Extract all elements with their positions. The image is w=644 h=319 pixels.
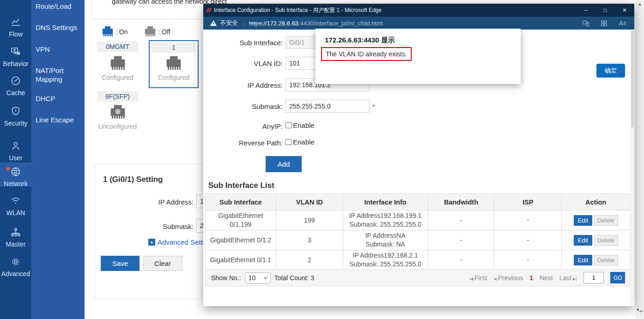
ethernet-port-icon	[109, 55, 127, 72]
sidebar-item-network-active[interactable]: Network	[0, 163, 31, 187]
maximize-button[interactable]: □	[595, 7, 615, 13]
sidebar-item-label: Flow	[0, 30, 31, 38]
add-button[interactable]: Add	[266, 156, 302, 172]
page-number-input[interactable]	[583, 272, 604, 283]
menu-item-line-escape[interactable]: Line Escape	[36, 115, 83, 124]
ok-button[interactable]: 确定	[596, 64, 625, 78]
edit-button[interactable]: Edit	[574, 255, 592, 265]
menu-item-dns-settings[interactable]: DNS Settings	[36, 23, 83, 32]
col-vlan-id: VLAN ID	[276, 194, 343, 211]
browser-scrollbar[interactable]: ▲ ▼	[636, 0, 644, 319]
anyip-enable-label: Enable	[293, 121, 315, 129]
window-title: Interface Configuration - Sub Interface …	[214, 6, 382, 14]
enter-glyph: ↵	[639, 308, 644, 314]
popup-scrollbar[interactable]	[631, 30, 634, 306]
save-button[interactable]: Save	[101, 256, 140, 271]
pagination-bar: Show No.: 10 Total Count: 3 |◀ First ◀ P…	[205, 269, 630, 286]
sidebar-item-flow[interactable]: Flow	[0, 17, 31, 38]
edit-button[interactable]: Edit	[574, 215, 592, 226]
sidebar-item-label: Network	[0, 180, 31, 187]
cell-sub-interface: GigabitEthernet 0/1.1	[206, 250, 276, 270]
menu-item-vpn[interactable]: VPN	[36, 45, 83, 54]
sidebar-item-label: Behavior	[0, 60, 31, 67]
reverse-path-enable-label: Enable	[293, 138, 315, 146]
sidebar-item-label: WLAN	[0, 209, 31, 217]
first-page-button[interactable]: |◀ First	[469, 274, 487, 282]
url-host: ://172.26.6.63	[262, 20, 299, 27]
sidebar-item-label: Cache	[0, 89, 31, 96]
port-tile-9fsfp[interactable]: 9F(SFP) Unconfigured	[97, 91, 138, 130]
port-tile-1-selected[interactable]: 1 Configured	[149, 40, 199, 88]
skip-start-icon: |◀	[469, 277, 474, 281]
port-off-icon	[143, 26, 157, 38]
port-status: Unconfigured	[97, 123, 138, 130]
popup-submask-label: Submask:	[252, 102, 283, 110]
clear-button[interactable]: Clear	[143, 256, 182, 271]
page-size-value: 10	[249, 274, 256, 282]
scroll-up-arrow-icon[interactable]: ▲	[636, 2, 644, 6]
next-page-button[interactable]: Next	[540, 274, 553, 282]
port-tile-0mgmt[interactable]: 0MGMT Configured	[97, 42, 138, 81]
sub-interface-label: Sub Interface:	[240, 39, 283, 47]
sidebar-item-wlan[interactable]: WLAN	[0, 195, 31, 217]
page-size-select[interactable]: 10	[245, 272, 271, 283]
cell-vlan-id: 199	[276, 211, 343, 230]
cell-sub-interface: GigabitEthernet 0/1.2	[206, 230, 276, 250]
go-button[interactable]: GO	[610, 272, 625, 283]
person-icon	[10, 140, 21, 151]
delete-button[interactable]: Delete	[594, 255, 618, 265]
scrollbar-thumb[interactable]	[631, 30, 634, 127]
table-row: GigabitEthernet 0/1.1 2 IP Address192.16…	[206, 250, 630, 270]
legend-off-label: : Off	[158, 28, 170, 36]
last-page-button[interactable]: Last ▶|	[559, 274, 577, 282]
address-bar[interactable]: 不安全 | https://172.26.6.63:4430/interface…	[203, 17, 634, 30]
network-submenu: Route/Load DNS Settings VPN NAT/Port Map…	[31, 0, 85, 319]
sfp-port-globe-icon	[109, 104, 127, 121]
port-status: Configured	[150, 74, 198, 81]
advanced-setting-link[interactable]: ▲ Advanced Setting	[148, 238, 212, 246]
reverse-path-checkbox[interactable]	[286, 139, 292, 145]
delete-button[interactable]: Delete	[594, 215, 618, 226]
anyip-checkbox[interactable]	[286, 122, 292, 128]
notification-dot	[6, 167, 10, 170]
previous-page-button[interactable]: ◀ Previous	[493, 274, 523, 282]
url-scheme: https	[249, 20, 261, 27]
sidebar-item-user[interactable]: User	[0, 140, 31, 162]
send-to-device-icon[interactable]	[582, 19, 590, 27]
wifi-icon	[10, 195, 21, 206]
sub-interface-table: Sub Interface VLAN ID Interface Info Ban…	[205, 193, 630, 270]
total-count-label: Total Count: 3	[274, 274, 314, 282]
speedometer-icon	[10, 75, 21, 86]
reverse-path-label: Reverse Path:	[239, 139, 283, 147]
sidebar-item-cache[interactable]: Cache	[0, 75, 31, 96]
sidebar-item-behavior[interactable]: Behavior	[0, 46, 31, 67]
cell-interface-info: IP Address192.168.199.1Submask: 255.255.…	[343, 211, 428, 230]
sidebar-item-master[interactable]: Master	[0, 227, 31, 248]
cell-bandwidth: -	[428, 250, 494, 270]
delete-button[interactable]: Delete	[594, 235, 618, 246]
apps-grid-icon[interactable]	[600, 19, 608, 27]
port-name: 1	[152, 42, 196, 53]
col-interface-info: Interface Info	[343, 194, 428, 211]
menu-item-route-load[interactable]: Route/Load	[36, 2, 83, 11]
read-aloud-icon[interactable]	[618, 19, 626, 27]
popup-submask-input[interactable]	[286, 100, 370, 113]
cell-action: Edit Delete	[562, 250, 630, 270]
sidebar-item-advanced[interactable]: Advanced	[0, 256, 31, 277]
vlan-id-label: VLAN ID:	[254, 60, 283, 67]
menu-item-nat-port-mapping[interactable]: NAT/Port Mapping	[36, 66, 83, 84]
cell-bandwidth: -	[428, 211, 494, 230]
reverse-path-enable-option[interactable]: Enable	[286, 138, 315, 146]
collapse-arrow-icon: ▲	[148, 239, 155, 246]
edit-button[interactable]: Edit	[574, 235, 592, 246]
cell-bandwidth: -	[428, 230, 494, 250]
arrow-left-icon: ◀	[493, 277, 498, 281]
anyip-enable-option[interactable]: Enable	[286, 121, 315, 129]
window-titlebar[interactable]: R Interface Configuration - Sub Interfac…	[203, 4, 634, 17]
minimize-button[interactable]: –	[576, 7, 595, 13]
menu-item-dhcp[interactable]: DHCP	[36, 94, 83, 103]
alert-dialog-title: 172.26.6.63:4430 显示	[325, 36, 395, 45]
close-button[interactable]: ✕	[615, 7, 634, 13]
submask-label: Submask:	[138, 223, 194, 230]
sidebar-item-security[interactable]: Security	[0, 106, 31, 127]
